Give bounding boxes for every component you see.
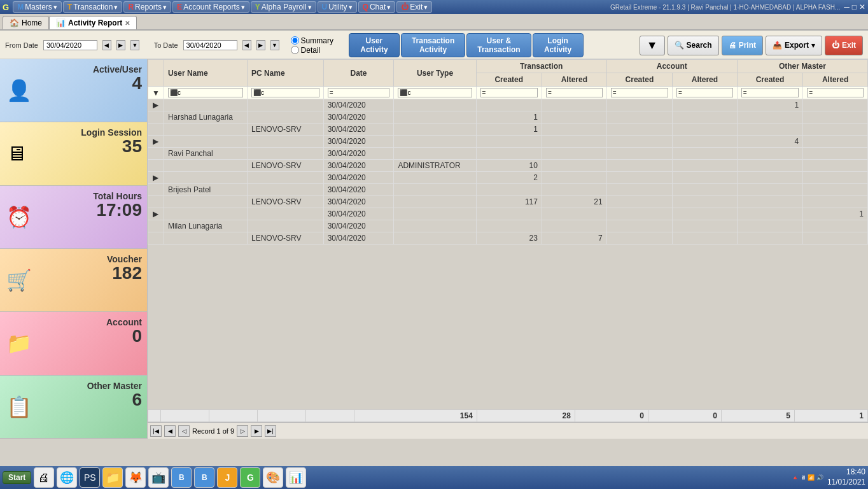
menu-chat[interactable]: Q Chat ▾ [358, 1, 396, 13]
expand-cell[interactable] [148, 184, 164, 196]
summary-option[interactable]: Summary [291, 36, 333, 45]
detail-option[interactable]: Detail [291, 46, 333, 55]
cell-txa [542, 124, 606, 136]
cell-acc [606, 184, 672, 196]
cell-omc [737, 196, 802, 208]
tab-login-activity[interactable]: Login Activity [533, 33, 584, 57]
cell-aca [673, 160, 738, 172]
filter-pc-name[interactable] [247, 87, 323, 99]
from-date-calendar[interactable]: ▼ [130, 40, 139, 50]
cell-txc [476, 148, 542, 160]
cell-oma [803, 160, 868, 172]
summary-radio[interactable] [291, 36, 299, 45]
expand-cell[interactable] [148, 196, 164, 208]
taskbar-terminal-icon[interactable]: PS [80, 467, 100, 488]
print-button[interactable]: 🖨 Print [722, 36, 763, 55]
taskbar-firefox-icon[interactable]: 🦊 [125, 467, 146, 488]
tab-transaction-activity[interactable]: Transaction Activity [401, 33, 465, 57]
cell-type [394, 148, 476, 160]
pagination-bar: |◀ ◀ ◁ Record 1 of 9 ▷ ▶ ▶| [148, 422, 868, 439]
minimize-btn[interactable]: ─ [844, 3, 850, 11]
filter-om-created[interactable] [737, 87, 802, 99]
filter-user-type[interactable] [394, 87, 476, 99]
tab-close-icon[interactable]: ✕ [125, 20, 130, 27]
expand-cell[interactable]: ▶ [148, 208, 164, 220]
menu-utility[interactable]: U Utility ▾ [318, 1, 357, 13]
menu-account-reports[interactable]: E Account Reports ▾ [172, 1, 249, 13]
menu-alpha-payroll[interactable]: Y Alpha Payroll ▾ [251, 1, 316, 13]
cell-txa [542, 111, 606, 124]
start-button[interactable]: Start [3, 471, 31, 484]
to-date-prev[interactable]: ◀ [242, 40, 251, 50]
account-icon: 📁 [6, 331, 32, 355]
taskbar-java-icon[interactable]: J [217, 467, 237, 488]
menu-exit[interactable]: ⏻ Exit ▾ [396, 1, 432, 13]
tab-home[interactable]: 🏠 Home [3, 16, 49, 29]
expand-cell[interactable] [148, 160, 164, 172]
filter-date[interactable] [323, 87, 394, 99]
to-date-input[interactable] [183, 40, 237, 50]
expand-cell[interactable] [148, 232, 164, 244]
taskbar-green-icon[interactable]: G [240, 467, 260, 488]
menu-reports[interactable]: R Reports ▾ [123, 1, 171, 13]
cell-txa [542, 172, 606, 184]
maximize-btn[interactable]: □ [852, 3, 857, 11]
cell-date: 30/04/2020 [323, 196, 394, 208]
filter-om-altered[interactable] [803, 87, 868, 99]
filter-tx-created[interactable] [476, 87, 542, 99]
expand-cell[interactable]: ▶ [148, 136, 164, 148]
cell-pc [247, 220, 323, 232]
cell-user-name [164, 232, 247, 244]
from-date-next[interactable]: ▶ [116, 40, 125, 50]
filter-ac-created[interactable] [606, 87, 672, 99]
menu-masters[interactable]: M Masters ▾ [13, 1, 62, 13]
taskbar-folder-icon[interactable]: 📁 [102, 467, 123, 488]
expand-cell[interactable]: ▶ [148, 172, 164, 184]
filter-user-name[interactable] [164, 87, 247, 99]
menu-transaction[interactable]: T Transaction ▾ [63, 1, 123, 13]
expand-cell[interactable] [148, 111, 164, 124]
page-next-btn[interactable]: ▷ [237, 425, 248, 437]
tab-user-activity[interactable]: User Activity [349, 33, 400, 57]
to-date-next[interactable]: ▶ [256, 40, 265, 50]
cell-txa [542, 208, 606, 220]
cell-pc [247, 136, 323, 148]
cell-omc [737, 124, 802, 136]
taskbar-monitor-icon[interactable]: 📺 [148, 467, 169, 488]
page-first-btn[interactable]: |◀ [150, 425, 162, 437]
expand-cell[interactable] [148, 220, 164, 232]
from-date-input[interactable] [43, 40, 97, 50]
page-last-btn[interactable]: ▶| [265, 425, 276, 437]
expand-cell[interactable] [148, 148, 164, 160]
exit-button[interactable]: ⏻ Exit [825, 36, 863, 55]
page-prev2-btn[interactable]: ◁ [178, 425, 190, 437]
cell-omc [737, 184, 802, 196]
taskbar-chart-icon[interactable]: 📊 [286, 467, 306, 488]
cell-aca [673, 111, 738, 124]
col-ac-altered: Altered [673, 73, 738, 87]
expand-cell[interactable]: ▶ [148, 99, 164, 111]
filter-button[interactable]: ▼ [640, 36, 665, 55]
page-next2-btn[interactable]: ▶ [251, 425, 262, 437]
voucher-icon: 🛒 [6, 268, 32, 292]
export-button[interactable]: 📤 Export ▾ [766, 36, 822, 55]
cell-oma [803, 124, 868, 136]
tab-user-transaction[interactable]: User & Transaction [466, 33, 531, 57]
from-date-prev[interactable]: ◀ [102, 40, 111, 50]
taskbar-chrome-icon[interactable]: 🌐 [57, 467, 77, 488]
taskbar-printer-icon[interactable]: 🖨 [34, 467, 54, 488]
close-btn[interactable]: ✕ [859, 3, 865, 11]
search-button[interactable]: 🔍 Search [668, 36, 719, 55]
filter-tx-altered[interactable] [542, 87, 606, 99]
filter-ac-altered[interactable] [673, 87, 738, 99]
detail-radio[interactable] [291, 46, 299, 54]
to-date-calendar[interactable]: ▼ [270, 40, 279, 50]
page-prev-btn[interactable]: ◀ [164, 425, 176, 437]
taskbar-bulk1-icon[interactable]: B [171, 467, 192, 488]
total-om-altered: 1 [794, 410, 867, 422]
expand-cell[interactable] [148, 124, 164, 136]
taskbar-bulk2-icon[interactable]: B [194, 467, 214, 488]
tab-activity-report[interactable]: 📊 Activity Report ✕ [49, 16, 137, 29]
cell-type [394, 232, 476, 244]
taskbar-paint-icon[interactable]: 🎨 [263, 467, 283, 488]
